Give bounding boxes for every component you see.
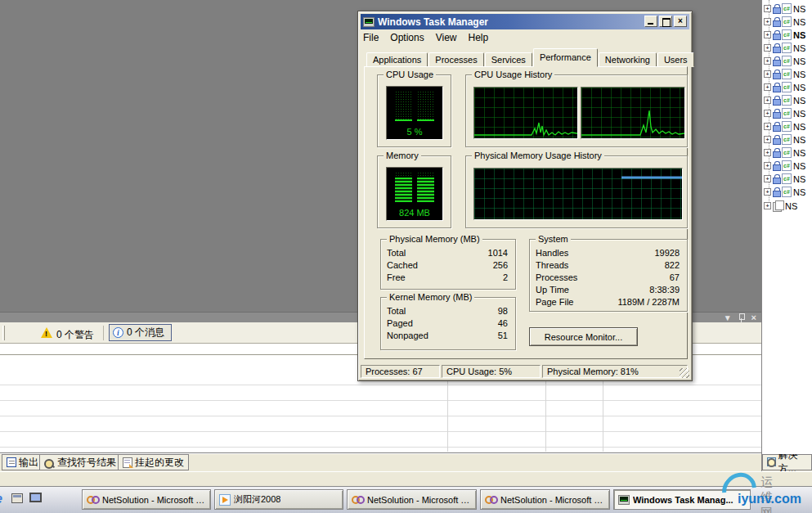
tree-item[interactable]: +c#NS bbox=[764, 16, 812, 28]
expand-icon[interactable]: + bbox=[764, 202, 771, 209]
tree-item[interactable]: +c#NS bbox=[764, 133, 812, 146]
tab-networking[interactable]: Networking bbox=[599, 52, 657, 67]
expand-icon[interactable]: + bbox=[764, 188, 771, 196]
csharp-project-icon: c# bbox=[782, 16, 792, 27]
tab-solution-explorer[interactable]: 解决方... bbox=[762, 454, 812, 470]
memory-gauge: 824 MB bbox=[386, 167, 443, 221]
properties-icon bbox=[773, 200, 783, 211]
tree-item[interactable]: +c#NS bbox=[764, 68, 812, 80]
stat-row: Up Time8:38:39 bbox=[530, 284, 687, 296]
expand-icon[interactable]: + bbox=[764, 70, 771, 78]
maximize-button[interactable] bbox=[659, 16, 672, 27]
tab-pending-changes[interactable]: 挂起的更改 bbox=[118, 454, 189, 470]
tab-strip: Applications Processes Services Performa… bbox=[366, 48, 695, 67]
expand-icon[interactable]: + bbox=[764, 123, 771, 130]
menu-options[interactable]: Options bbox=[390, 32, 424, 45]
stat-row: Nonpaged51 bbox=[381, 330, 515, 342]
taskbar-button-netsolution-3[interactable]: NetSolution - Microsoft Vi... bbox=[480, 489, 610, 510]
lock-icon bbox=[773, 43, 780, 52]
tree-item[interactable]: +c#NS bbox=[764, 173, 812, 185]
lock-icon bbox=[773, 109, 780, 118]
expand-icon[interactable]: + bbox=[764, 31, 771, 38]
taskbar-button-netsolution-1[interactable]: NetSolution - Microsoft Vi... bbox=[82, 489, 211, 510]
expand-icon[interactable]: + bbox=[764, 44, 771, 52]
tab-label: 查找符号结果 bbox=[57, 456, 116, 470]
csharp-project-icon: c# bbox=[782, 173, 792, 184]
expand-icon[interactable]: + bbox=[764, 175, 771, 182]
cpu-history-graph-core1 bbox=[473, 87, 578, 139]
row-line bbox=[0, 431, 761, 432]
tab-label: 挂起的更改 bbox=[135, 456, 184, 470]
expand-icon[interactable]: + bbox=[764, 5, 771, 12]
expand-icon[interactable]: + bbox=[764, 162, 771, 169]
lock-icon bbox=[773, 70, 780, 79]
tree-item[interactable]: +c#NS bbox=[764, 94, 812, 106]
show-desktop-icon[interactable] bbox=[11, 493, 23, 503]
lock-icon bbox=[773, 83, 780, 92]
tree-item[interactable]: +c#NS bbox=[764, 120, 812, 133]
display-icon[interactable] bbox=[29, 493, 42, 502]
expand-icon[interactable]: + bbox=[764, 97, 771, 104]
tree-item[interactable]: +c#NS bbox=[764, 146, 812, 159]
tool-window-tab-strip: 输出 查找符号结果 挂起的更改 解决方... bbox=[0, 454, 812, 471]
csharp-project-icon: c# bbox=[782, 3, 792, 14]
tab-output[interactable]: 输出 bbox=[2, 454, 43, 470]
stat-row: Handles19928 bbox=[530, 247, 687, 259]
expand-icon[interactable]: + bbox=[764, 110, 771, 117]
taskbar-button-media-player[interactable]: 浏阳河2008 bbox=[214, 489, 343, 510]
tab-label: 输出 bbox=[19, 456, 38, 470]
messages-toggle-button[interactable]: i 0 个消息 bbox=[109, 324, 172, 341]
tab-applications[interactable]: Applications bbox=[366, 52, 428, 67]
tree-item-properties[interactable]: +NS bbox=[764, 200, 812, 212]
warnings-count[interactable]: 0 个警告 bbox=[56, 328, 94, 342]
tab-find-symbol-results[interactable]: 查找符号结果 bbox=[39, 454, 121, 470]
tree-item[interactable]: +c#NS bbox=[764, 107, 812, 119]
lock-icon bbox=[773, 122, 780, 131]
toolbar-grip bbox=[2, 326, 5, 340]
chevron-down-icon[interactable]: ▼ bbox=[724, 314, 732, 322]
close-icon[interactable]: × bbox=[751, 313, 756, 322]
menu-bar: File Options View Help bbox=[363, 32, 488, 45]
row-line bbox=[0, 385, 761, 385]
task-manager-statusbar: Processes: 67 CPU Usage: 5% Physical Mem… bbox=[361, 363, 689, 378]
lock-icon bbox=[773, 4, 780, 13]
tree-item[interactable]: +c#NS bbox=[764, 186, 812, 198]
tree-item-startup[interactable]: +c#NS bbox=[764, 29, 812, 41]
lock-icon bbox=[773, 135, 780, 144]
tab-performance[interactable]: Performance bbox=[533, 48, 598, 67]
tab-users[interactable]: Users bbox=[657, 52, 694, 67]
kernel-memory-group: Kernel Memory (MB) Total98 Paged46 Nonpa… bbox=[380, 297, 516, 350]
tab-processes[interactable]: Processes bbox=[428, 52, 483, 67]
menu-file[interactable]: File bbox=[363, 32, 379, 45]
tree-item[interactable]: +c#NS bbox=[764, 2, 812, 15]
tree-item[interactable]: +c#NS bbox=[764, 160, 812, 172]
tree-item[interactable]: +c#NS bbox=[764, 55, 812, 67]
memory-group: Memory 824 MB bbox=[377, 155, 451, 228]
lock-icon bbox=[773, 161, 780, 170]
expand-icon[interactable]: + bbox=[764, 18, 771, 25]
menu-help[interactable]: Help bbox=[469, 32, 489, 45]
pin-icon[interactable] bbox=[738, 313, 745, 322]
toolbar-separator bbox=[103, 326, 104, 340]
csharp-project-icon: c# bbox=[782, 134, 792, 145]
tree-item[interactable]: +c#NS bbox=[764, 42, 812, 54]
tab-services[interactable]: Services bbox=[485, 52, 532, 67]
window-titlebar[interactable]: Windows Task Manager × bbox=[361, 14, 689, 29]
expand-icon[interactable]: + bbox=[764, 57, 771, 65]
expand-icon[interactable]: + bbox=[764, 83, 771, 91]
close-button[interactable]: × bbox=[674, 16, 687, 27]
resource-monitor-button[interactable]: Resource Monitor... bbox=[529, 327, 638, 346]
column-line bbox=[603, 381, 603, 452]
expand-icon[interactable]: + bbox=[764, 149, 771, 156]
task-manager-window: Windows Task Manager × File Options View… bbox=[357, 11, 693, 381]
stat-row: Threads822 bbox=[530, 259, 687, 272]
internet-explorer-icon[interactable]: e bbox=[0, 492, 2, 506]
expand-icon[interactable]: + bbox=[764, 136, 771, 143]
menu-view[interactable]: View bbox=[436, 32, 457, 45]
cpu-history-group: CPU Usage History bbox=[465, 74, 688, 147]
tree-item[interactable]: +c#NS bbox=[764, 81, 812, 93]
taskbar-button-netsolution-2[interactable]: NetSolution - Microsoft Vi... bbox=[347, 489, 477, 510]
csharp-project-icon: c# bbox=[782, 29, 792, 40]
minimize-button[interactable] bbox=[644, 16, 657, 27]
resize-grip[interactable] bbox=[680, 368, 689, 378]
